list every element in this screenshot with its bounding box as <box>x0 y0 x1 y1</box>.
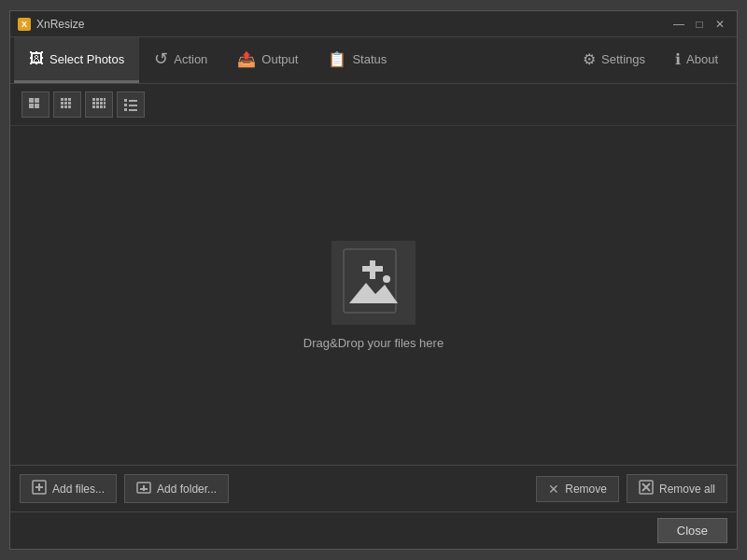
status-icon: 📋 <box>328 50 346 68</box>
svg-rect-38 <box>35 486 43 488</box>
remove-all-button[interactable]: Remove all <box>627 474 727 503</box>
drop-text: Drag&Drop your files here <box>303 336 444 350</box>
drop-icon <box>331 241 416 325</box>
tab-settings[interactable]: ⚙ Settings <box>568 37 660 83</box>
bottom-bar: Add files... Add folder... ✕ Remove <box>10 465 737 511</box>
svg-rect-6 <box>68 98 71 101</box>
svg-rect-27 <box>124 104 127 106</box>
about-icon: ℹ <box>675 50 681 68</box>
view-grid-small-button[interactable] <box>85 91 113 118</box>
minimize-button[interactable]: — <box>669 16 688 33</box>
svg-rect-14 <box>96 98 99 101</box>
add-files-label: Add files... <box>52 483 105 496</box>
title-bar: X XnResize — □ ✕ <box>10 11 737 37</box>
grid-small-icon <box>92 97 106 112</box>
svg-rect-11 <box>64 105 67 108</box>
title-bar-left: X XnResize <box>18 18 84 31</box>
settings-icon: ⚙ <box>583 50 596 68</box>
app-icon: X <box>18 18 31 31</box>
add-files-icon <box>32 480 47 497</box>
svg-rect-26 <box>129 100 137 102</box>
svg-rect-20 <box>104 102 106 105</box>
remove-label: Remove <box>565 483 607 496</box>
svg-rect-23 <box>100 105 103 108</box>
view-grid-large-button[interactable] <box>21 91 49 118</box>
svg-rect-5 <box>64 98 67 101</box>
svg-rect-30 <box>129 109 137 111</box>
svg-rect-8 <box>64 102 67 105</box>
svg-rect-16 <box>104 98 106 101</box>
tab-output-label: Output <box>261 52 298 66</box>
svg-rect-18 <box>96 102 99 105</box>
svg-rect-21 <box>92 105 95 108</box>
tab-about[interactable]: ℹ About <box>660 37 733 83</box>
svg-rect-4 <box>61 98 63 101</box>
svg-rect-13 <box>92 98 95 101</box>
view-grid-medium-button[interactable] <box>53 91 81 118</box>
toolbar <box>10 84 737 126</box>
title-bar-controls: — □ ✕ <box>669 16 729 33</box>
maximize-button[interactable]: □ <box>690 16 709 33</box>
select-photos-icon: 🖼 <box>29 50 44 67</box>
tab-spacer <box>402 37 568 83</box>
grid-large-icon <box>28 97 43 112</box>
svg-point-35 <box>383 275 390 283</box>
tab-output[interactable]: 📤 Output <box>222 37 313 83</box>
svg-rect-28 <box>129 105 137 106</box>
action-icon: ↺ <box>154 49 168 69</box>
tab-select-photos-label: Select Photos <box>49 52 124 66</box>
svg-rect-12 <box>68 105 71 108</box>
svg-rect-29 <box>124 108 127 111</box>
tab-status[interactable]: 📋 Status <box>313 37 402 83</box>
add-folder-label: Add folder... <box>157 483 217 496</box>
list-icon <box>123 97 138 112</box>
svg-rect-41 <box>140 488 148 490</box>
add-folder-icon <box>136 480 151 497</box>
drop-zone[interactable]: Drag&Drop your files here <box>303 241 444 350</box>
grid-medium-icon <box>60 97 75 112</box>
svg-rect-9 <box>68 102 71 105</box>
app-title: XnResize <box>36 18 84 31</box>
tab-settings-label: Settings <box>601 52 645 66</box>
svg-rect-22 <box>96 105 99 108</box>
view-list-button[interactable] <box>117 91 145 118</box>
svg-rect-15 <box>100 98 103 101</box>
tab-about-label: About <box>686 52 718 66</box>
tab-status-label: Status <box>352 52 387 66</box>
svg-rect-24 <box>104 105 106 108</box>
svg-rect-25 <box>124 99 127 102</box>
remove-icon: ✕ <box>548 482 559 497</box>
close-bar: Close <box>10 511 737 549</box>
remove-all-label: Remove all <box>659 483 715 496</box>
main-window: X XnResize — □ ✕ 🖼 Select Photos ↺ Actio… <box>9 10 738 550</box>
svg-rect-19 <box>100 102 103 105</box>
remove-button[interactable]: ✕ Remove <box>536 476 619 502</box>
add-folder-button[interactable]: Add folder... <box>124 474 229 503</box>
svg-rect-1 <box>35 98 39 103</box>
content-area: Drag&Drop your files here <box>10 126 737 465</box>
tab-action-label: Action <box>174 52 207 66</box>
remove-all-icon <box>639 480 654 497</box>
close-button[interactable]: Close <box>657 518 727 543</box>
tab-select-photos[interactable]: 🖼 Select Photos <box>14 37 139 83</box>
svg-rect-2 <box>29 104 34 108</box>
add-files-button[interactable]: Add files... <box>20 474 117 503</box>
svg-rect-33 <box>362 266 383 272</box>
svg-rect-7 <box>61 102 63 105</box>
svg-rect-3 <box>35 104 39 108</box>
tab-bar: 🖼 Select Photos ↺ Action 📤 Output 📋 Stat… <box>10 37 737 84</box>
window-close-button[interactable]: ✕ <box>711 16 729 33</box>
svg-rect-0 <box>29 98 34 103</box>
svg-rect-10 <box>61 105 63 108</box>
output-icon: 📤 <box>237 50 256 68</box>
svg-rect-17 <box>92 102 95 105</box>
tab-action[interactable]: ↺ Action <box>139 37 222 83</box>
